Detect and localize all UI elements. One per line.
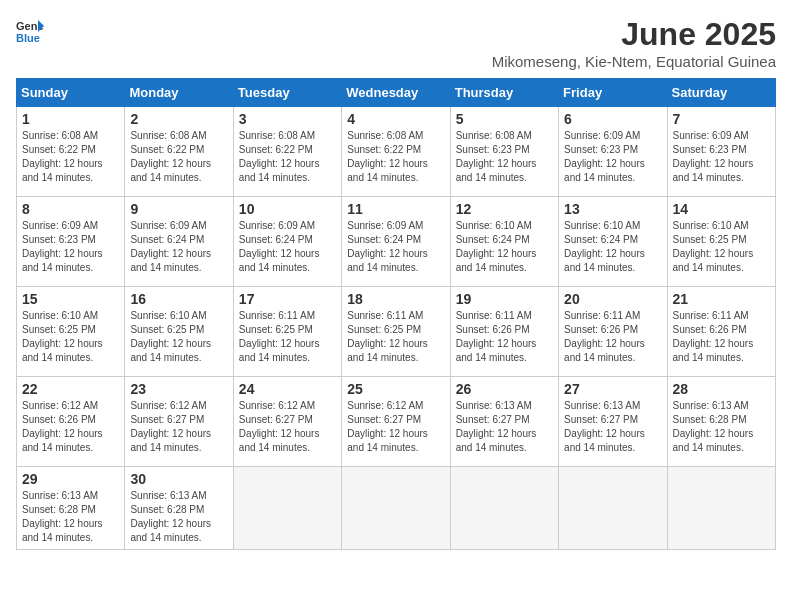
day-number: 8 [22,201,119,217]
day-number: 29 [22,471,119,487]
table-row: 25 Sunrise: 6:12 AMSunset: 6:27 PMDaylig… [342,377,450,467]
day-info: Sunrise: 6:10 AMSunset: 6:25 PMDaylight:… [130,310,211,363]
calendar-subtitle: Mikomeseng, Kie-Ntem, Equatorial Guinea [492,53,776,70]
table-row: 27 Sunrise: 6:13 AMSunset: 6:27 PMDaylig… [559,377,667,467]
day-number: 23 [130,381,227,397]
table-row: 15 Sunrise: 6:10 AMSunset: 6:25 PMDaylig… [17,287,125,377]
table-row: 12 Sunrise: 6:10 AMSunset: 6:24 PMDaylig… [450,197,558,287]
day-info: Sunrise: 6:09 AMSunset: 6:23 PMDaylight:… [22,220,103,273]
day-number: 27 [564,381,661,397]
table-row: 3 Sunrise: 6:08 AMSunset: 6:22 PMDayligh… [233,107,341,197]
day-info: Sunrise: 6:08 AMSunset: 6:23 PMDaylight:… [456,130,537,183]
day-number: 30 [130,471,227,487]
day-number: 10 [239,201,336,217]
day-info: Sunrise: 6:10 AMSunset: 6:24 PMDaylight:… [564,220,645,273]
table-row: 16 Sunrise: 6:10 AMSunset: 6:25 PMDaylig… [125,287,233,377]
day-number: 7 [673,111,770,127]
day-info: Sunrise: 6:08 AMSunset: 6:22 PMDaylight:… [239,130,320,183]
day-info: Sunrise: 6:09 AMSunset: 6:23 PMDaylight:… [673,130,754,183]
table-row: 29 Sunrise: 6:13 AMSunset: 6:28 PMDaylig… [17,467,125,550]
day-number: 19 [456,291,553,307]
day-number: 20 [564,291,661,307]
calendar-table: Sunday Monday Tuesday Wednesday Thursday… [16,78,776,550]
day-info: Sunrise: 6:13 AMSunset: 6:27 PMDaylight:… [456,400,537,453]
day-info: Sunrise: 6:13 AMSunset: 6:28 PMDaylight:… [22,490,103,543]
day-info: Sunrise: 6:08 AMSunset: 6:22 PMDaylight:… [130,130,211,183]
day-number: 12 [456,201,553,217]
day-info: Sunrise: 6:09 AMSunset: 6:24 PMDaylight:… [347,220,428,273]
table-row: 7 Sunrise: 6:09 AMSunset: 6:23 PMDayligh… [667,107,775,197]
table-row: 5 Sunrise: 6:08 AMSunset: 6:23 PMDayligh… [450,107,558,197]
logo-icon: General Blue [16,16,44,44]
header-monday: Monday [125,79,233,107]
day-info: Sunrise: 6:10 AMSunset: 6:25 PMDaylight:… [673,220,754,273]
table-row: 9 Sunrise: 6:09 AMSunset: 6:24 PMDayligh… [125,197,233,287]
table-row [667,467,775,550]
day-info: Sunrise: 6:12 AMSunset: 6:27 PMDaylight:… [130,400,211,453]
header-friday: Friday [559,79,667,107]
table-row: 6 Sunrise: 6:09 AMSunset: 6:23 PMDayligh… [559,107,667,197]
day-number: 1 [22,111,119,127]
day-number: 9 [130,201,227,217]
table-row: 24 Sunrise: 6:12 AMSunset: 6:27 PMDaylig… [233,377,341,467]
day-number: 16 [130,291,227,307]
day-number: 13 [564,201,661,217]
day-number: 3 [239,111,336,127]
title-area: June 2025 Mikomeseng, Kie-Ntem, Equatori… [492,16,776,70]
day-number: 17 [239,291,336,307]
header-sunday: Sunday [17,79,125,107]
table-row: 8 Sunrise: 6:09 AMSunset: 6:23 PMDayligh… [17,197,125,287]
day-number: 24 [239,381,336,397]
day-info: Sunrise: 6:09 AMSunset: 6:23 PMDaylight:… [564,130,645,183]
day-number: 26 [456,381,553,397]
table-row: 22 Sunrise: 6:12 AMSunset: 6:26 PMDaylig… [17,377,125,467]
day-number: 21 [673,291,770,307]
table-row: 14 Sunrise: 6:10 AMSunset: 6:25 PMDaylig… [667,197,775,287]
table-row: 10 Sunrise: 6:09 AMSunset: 6:24 PMDaylig… [233,197,341,287]
day-info: Sunrise: 6:09 AMSunset: 6:24 PMDaylight:… [239,220,320,273]
header-tuesday: Tuesday [233,79,341,107]
logo: General Blue [16,16,44,44]
day-info: Sunrise: 6:11 AMSunset: 6:25 PMDaylight:… [347,310,428,363]
table-row: 30 Sunrise: 6:13 AMSunset: 6:28 PMDaylig… [125,467,233,550]
table-row: 18 Sunrise: 6:11 AMSunset: 6:25 PMDaylig… [342,287,450,377]
day-info: Sunrise: 6:10 AMSunset: 6:24 PMDaylight:… [456,220,537,273]
day-number: 28 [673,381,770,397]
table-row: 1 Sunrise: 6:08 AMSunset: 6:22 PMDayligh… [17,107,125,197]
header-wednesday: Wednesday [342,79,450,107]
table-row: 19 Sunrise: 6:11 AMSunset: 6:26 PMDaylig… [450,287,558,377]
table-row [450,467,558,550]
table-row: 13 Sunrise: 6:10 AMSunset: 6:24 PMDaylig… [559,197,667,287]
table-row [342,467,450,550]
day-number: 2 [130,111,227,127]
day-info: Sunrise: 6:13 AMSunset: 6:27 PMDaylight:… [564,400,645,453]
day-info: Sunrise: 6:11 AMSunset: 6:26 PMDaylight:… [456,310,537,363]
table-row: 20 Sunrise: 6:11 AMSunset: 6:26 PMDaylig… [559,287,667,377]
svg-text:Blue: Blue [16,32,40,44]
day-number: 22 [22,381,119,397]
day-number: 4 [347,111,444,127]
table-row: 17 Sunrise: 6:11 AMSunset: 6:25 PMDaylig… [233,287,341,377]
table-row [559,467,667,550]
day-info: Sunrise: 6:08 AMSunset: 6:22 PMDaylight:… [22,130,103,183]
day-info: Sunrise: 6:10 AMSunset: 6:25 PMDaylight:… [22,310,103,363]
table-row: 21 Sunrise: 6:11 AMSunset: 6:26 PMDaylig… [667,287,775,377]
day-number: 11 [347,201,444,217]
day-number: 6 [564,111,661,127]
day-info: Sunrise: 6:11 AMSunset: 6:26 PMDaylight:… [564,310,645,363]
table-row: 2 Sunrise: 6:08 AMSunset: 6:22 PMDayligh… [125,107,233,197]
calendar-title: June 2025 [492,16,776,53]
table-row: 23 Sunrise: 6:12 AMSunset: 6:27 PMDaylig… [125,377,233,467]
day-info: Sunrise: 6:13 AMSunset: 6:28 PMDaylight:… [130,490,211,543]
day-info: Sunrise: 6:12 AMSunset: 6:27 PMDaylight:… [239,400,320,453]
page-header: General Blue June 2025 Mikomeseng, Kie-N… [16,16,776,70]
day-info: Sunrise: 6:12 AMSunset: 6:27 PMDaylight:… [347,400,428,453]
day-number: 18 [347,291,444,307]
day-number: 14 [673,201,770,217]
table-row: 4 Sunrise: 6:08 AMSunset: 6:22 PMDayligh… [342,107,450,197]
header-thursday: Thursday [450,79,558,107]
day-info: Sunrise: 6:12 AMSunset: 6:26 PMDaylight:… [22,400,103,453]
day-number: 5 [456,111,553,127]
day-info: Sunrise: 6:08 AMSunset: 6:22 PMDaylight:… [347,130,428,183]
day-info: Sunrise: 6:11 AMSunset: 6:26 PMDaylight:… [673,310,754,363]
